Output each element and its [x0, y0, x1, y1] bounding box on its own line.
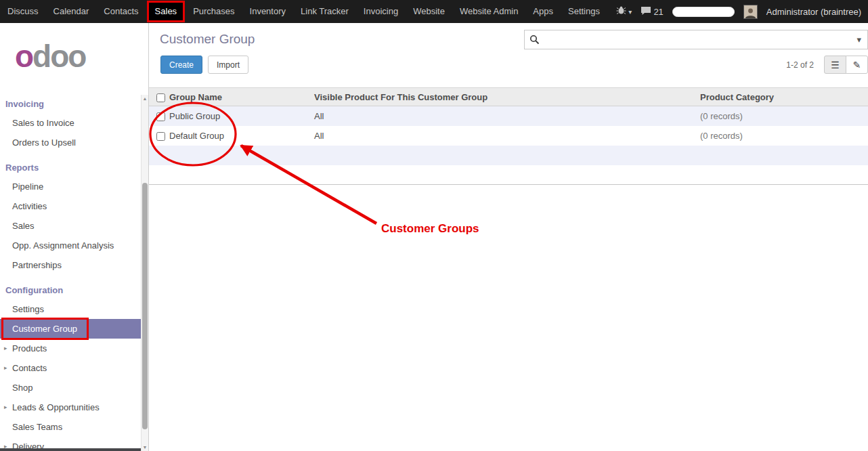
list-view: Group Name Visible Product For This Cust…: [149, 87, 868, 185]
header-checkbox-cell: [149, 88, 165, 106]
nav-link-tracker[interactable]: Link Tracker: [293, 0, 356, 23]
search-icon: [529, 35, 540, 45]
nav-apps[interactable]: Apps: [525, 0, 561, 23]
table-row-empty: [149, 165, 868, 185]
customer-group-table: Group Name Visible Product For This Cust…: [149, 87, 868, 185]
nav-settings[interactable]: Settings: [561, 0, 607, 23]
section-title: Reports: [0, 156, 141, 177]
table-row-empty: [149, 146, 868, 165]
sidebar-item-leads-opportunities[interactable]: ▸Leads & Opportunities: [0, 398, 141, 417]
column-group-name[interactable]: Group Name: [165, 88, 310, 106]
sidebar-item-opp-assignment-analysis[interactable]: Opp. Assignment Analysis: [0, 236, 141, 255]
nav-website[interactable]: Website: [406, 0, 452, 23]
column-product-category[interactable]: Product Category: [696, 88, 868, 106]
sidebar-item-products[interactable]: ▸Products: [0, 339, 141, 358]
bug-icon: [616, 6, 626, 17]
nav-invoicing[interactable]: Invoicing: [356, 0, 406, 23]
nav-contacts[interactable]: Contacts: [96, 0, 146, 23]
form-view-button[interactable]: ✎: [846, 56, 868, 74]
sidebar-item-sales-to-invoice[interactable]: Sales to Invoice: [0, 113, 141, 133]
table-row[interactable]: Default Group All (0 records): [149, 126, 868, 146]
logo-rest: doo: [32, 39, 85, 74]
sidebar: odoo Invoicing Sales to Invoice Orders t…: [0, 23, 148, 451]
import-button[interactable]: Import: [208, 56, 248, 74]
sidebar-item-settings[interactable]: Settings: [0, 299, 141, 319]
expand-arrow-icon: ▸: [4, 345, 7, 351]
nav-calendar[interactable]: Calendar: [46, 0, 97, 23]
view-switcher: ☰ ✎: [824, 56, 868, 74]
odoo-logo: odoo: [0, 23, 148, 74]
page-title: Customer Group: [160, 32, 255, 47]
window-edge: [0, 448, 141, 451]
sidebar-scrollbar: ▲ ▼: [141, 95, 148, 451]
cell-product-category: (0 records): [696, 106, 868, 126]
sidebar-item-sales[interactable]: Sales: [0, 216, 141, 236]
chevron-down-icon: ▾: [628, 8, 632, 16]
messages-indicator[interactable]: 21: [641, 6, 663, 18]
select-all-checkbox[interactable]: [156, 93, 165, 102]
scroll-down-icon[interactable]: ▼: [142, 445, 148, 450]
chat-bubble-icon: [641, 6, 651, 18]
expand-arrow-icon: ▸: [4, 364, 7, 371]
user-menu[interactable]: Administrator (braintree): [766, 7, 861, 17]
logo-letter: o: [15, 39, 32, 74]
section-title: Invoicing: [0, 93, 141, 113]
column-visible-product[interactable]: Visible Product For This Customer Group: [310, 88, 696, 106]
sidebar-nav: Invoicing Sales to Invoice Orders to Ups…: [0, 93, 141, 451]
sidebar-item-activities[interactable]: Activities: [0, 196, 141, 216]
row-checkbox-cell: [149, 106, 165, 126]
section-reports: Reports Pipeline Activities Sales Opp. A…: [0, 156, 141, 275]
section-invoicing: Invoicing Sales to Invoice Orders to Ups…: [0, 93, 141, 152]
nav-sales[interactable]: Sales: [147, 1, 186, 22]
expand-arrow-icon: ▸: [4, 404, 7, 410]
sidebar-item-pipeline[interactable]: Pipeline: [0, 177, 141, 196]
cell-group-name: Default Group: [165, 126, 310, 146]
row-checkbox[interactable]: [156, 132, 165, 141]
nav-inventory[interactable]: Inventory: [242, 0, 293, 23]
nav-purchases[interactable]: Purchases: [186, 0, 242, 23]
nav-website-admin[interactable]: Website Admin: [452, 0, 525, 23]
section-title: Configuration: [0, 279, 141, 299]
cell-product-category: (0 records): [696, 126, 868, 146]
sidebar-item-label: Contacts: [12, 363, 47, 373]
table-header-row: Group Name Visible Product For This Cust…: [149, 88, 868, 106]
sidebar-item-sales-teams[interactable]: Sales Teams: [0, 417, 141, 437]
pager[interactable]: 1-2 of 2: [786, 60, 814, 70]
sidebar-item-label: Leads & Opportunities: [12, 402, 100, 412]
search-bar: ▾: [524, 30, 868, 49]
table-row[interactable]: Public Group All (0 records): [149, 106, 868, 126]
section-configuration: Configuration Settings Customer Group ▸P…: [0, 279, 141, 451]
sidebar-item-label: Products: [12, 343, 47, 353]
search-input[interactable]: [540, 31, 850, 48]
list-view-icon: ☰: [831, 60, 840, 70]
scrollbar-thumb[interactable]: [142, 183, 148, 429]
control-panel-buttons: Create Import: [160, 56, 248, 74]
create-button[interactable]: Create: [160, 56, 202, 74]
sidebar-item-label: Customer Group: [12, 324, 77, 334]
sidebar-item-partnerships[interactable]: Partnerships: [0, 255, 141, 275]
main-content: Customer Group ▾ Create Import 1-2 of 2 …: [148, 23, 868, 451]
debug-menu[interactable]: ▾: [616, 6, 632, 17]
sidebar-item-orders-to-upsell[interactable]: Orders to Upsell: [0, 133, 141, 152]
sidebar-item-contacts[interactable]: ▸Contacts: [0, 358, 141, 378]
scroll-up-icon[interactable]: ▲: [142, 96, 148, 101]
row-checkbox-cell: [149, 126, 165, 146]
top-navbar: Discuss Calendar Contacts Sales Purchase…: [0, 0, 868, 23]
avatar[interactable]: [743, 5, 758, 19]
systray: ▾ 21 Administrator (braintree): [616, 5, 868, 19]
nav-discuss[interactable]: Discuss: [0, 0, 46, 23]
search-dropdown-icon[interactable]: ▾: [850, 35, 867, 45]
cell-visible-product: All: [310, 106, 696, 126]
cell-visible-product: All: [310, 126, 696, 146]
cell-group-name: Public Group: [165, 106, 310, 126]
progress-pill: [672, 7, 735, 17]
edit-icon: ✎: [853, 60, 861, 70]
list-view-button[interactable]: ☰: [824, 56, 846, 74]
sidebar-item-shop[interactable]: Shop: [0, 378, 141, 398]
row-checkbox[interactable]: [156, 112, 165, 121]
sidebar-item-customer-group[interactable]: Customer Group: [0, 319, 141, 339]
messages-count: 21: [653, 7, 663, 17]
